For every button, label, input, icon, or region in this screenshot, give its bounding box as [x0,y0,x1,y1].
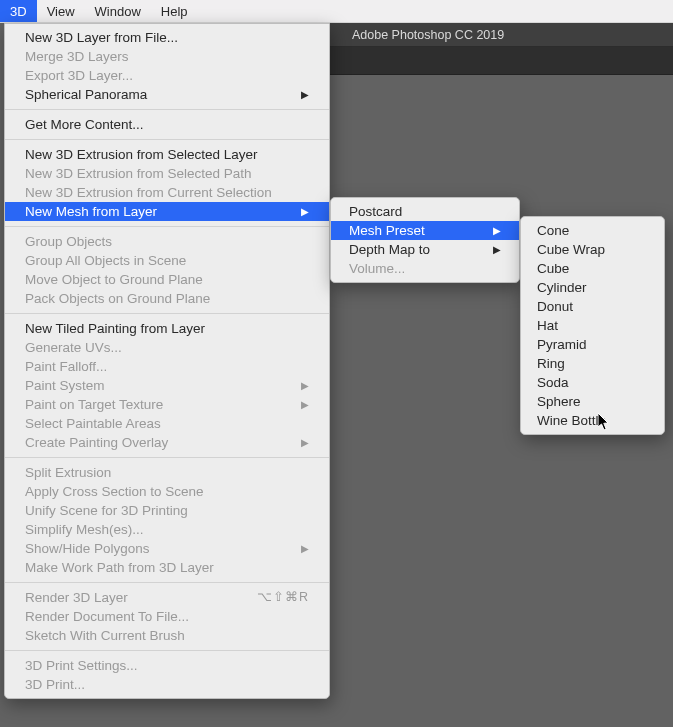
submenu-item: Volume... [331,259,519,278]
menu-item: 3D Print Settings... [5,656,329,675]
menu-item: Pack Objects on Ground Plane [5,289,329,308]
menu-item[interactable]: New Tiled Painting from Layer [5,319,329,338]
submenu-item-label: Mesh Preset [349,221,425,240]
menu-item: Make Work Path from 3D Layer [5,558,329,577]
menu-item-label: New 3D Layer from File... [25,28,178,47]
menu-item[interactable]: New Mesh from Layer▶ [5,202,329,221]
submenu-item[interactable]: Depth Map to▶ [331,240,519,259]
menu-item[interactable]: New 3D Extrusion from Selected Layer [5,145,329,164]
submenu-item[interactable]: Pyramid [521,335,664,354]
submenu-item-label: Depth Map to [349,240,430,259]
chevron-right-icon: ▶ [493,221,501,240]
submenu-item[interactable]: Cone [521,221,664,240]
menu-item-label: New 3D Extrusion from Selected Path [25,164,252,183]
menu-item-label: Group All Objects in Scene [25,251,186,270]
menu-item-label: Move Object to Ground Plane [25,270,203,289]
menu-item: Split Extrusion [5,463,329,482]
submenu-item-label: Postcard [349,202,402,221]
app-titlebar: Adobe Photoshop CC 2019 [330,23,673,47]
submenu-item[interactable]: Postcard [331,202,519,221]
menu-item: Paint System▶ [5,376,329,395]
menu-item: Group All Objects in Scene [5,251,329,270]
menu-item-label: New Tiled Painting from Layer [25,319,205,338]
menu-item-label: Select Paintable Areas [25,414,161,433]
menu-3d: New 3D Layer from File...Merge 3D Layers… [4,23,330,699]
menu-item: New 3D Extrusion from Selected Path [5,164,329,183]
menu-item: Paint Falloff... [5,357,329,376]
submenu-item-label: Volume... [349,259,405,278]
menu-item-label: Render 3D Layer [25,588,128,607]
menu-item-label: Paint Falloff... [25,357,107,376]
menu-item: Simplify Mesh(es)... [5,520,329,539]
menu-item-label: Simplify Mesh(es)... [25,520,144,539]
menu-item-label: Paint on Target Texture [25,395,163,414]
menu-item-label: Merge 3D Layers [25,47,129,66]
menu-item-label: Get More Content... [25,115,144,134]
menu-item[interactable]: Spherical Panorama▶ [5,85,329,104]
submenu-mesh-preset: ConeCube WrapCubeCylinderDonutHatPyramid… [520,216,665,435]
menu-item-label: New 3D Extrusion from Current Selection [25,183,272,202]
menubar-item-window[interactable]: Window [85,0,151,22]
menu-item-label: Apply Cross Section to Scene [25,482,204,501]
submenu-item[interactable]: Mesh Preset▶ [331,221,519,240]
menubar: 3D View Window Help [0,0,673,23]
menu-item-label: Make Work Path from 3D Layer [25,558,214,577]
menu-item-label: Group Objects [25,232,112,251]
menu-item: Move Object to Ground Plane [5,270,329,289]
chevron-right-icon: ▶ [301,376,309,395]
submenu-item[interactable]: Wine Bottle [521,411,664,430]
submenu-item[interactable]: Ring [521,354,664,373]
menu-item[interactable]: Get More Content... [5,115,329,134]
menu-item: Apply Cross Section to Scene [5,482,329,501]
menu-item: Sketch With Current Brush [5,626,329,645]
menu-item-label: Generate UVs... [25,338,122,357]
chevron-right-icon: ▶ [301,433,309,452]
chevron-right-icon: ▶ [493,240,501,259]
menubar-item-view[interactable]: View [37,0,85,22]
menubar-item-help[interactable]: Help [151,0,198,22]
menu-item: New 3D Extrusion from Current Selection [5,183,329,202]
chevron-right-icon: ▶ [301,202,309,221]
menu-item-label: New Mesh from Layer [25,202,157,221]
menu-item: Render Document To File... [5,607,329,626]
menu-item: Create Painting Overlay▶ [5,433,329,452]
menu-item: Show/Hide Polygons▶ [5,539,329,558]
menu-item: Select Paintable Areas [5,414,329,433]
submenu-item[interactable]: Cube Wrap [521,240,664,259]
menu-separator [5,582,329,583]
menu-item-label: New 3D Extrusion from Selected Layer [25,145,258,164]
tab-strip [330,47,673,75]
submenu-item[interactable]: Soda [521,373,664,392]
menu-separator [5,226,329,227]
menu-item-label: Spherical Panorama [25,85,147,104]
menu-separator [5,109,329,110]
chevron-right-icon: ▶ [301,395,309,414]
app-name: Adobe Photoshop CC 2019 [352,28,504,42]
menu-item: Merge 3D Layers [5,47,329,66]
chevron-right-icon: ▶ [301,85,309,104]
chevron-right-icon: ▶ [301,539,309,558]
menu-separator [5,313,329,314]
menu-separator [5,650,329,651]
menu-item: Generate UVs... [5,338,329,357]
menu-item: Render 3D Layer⌥⇧⌘R [5,588,329,607]
submenu-item[interactable]: Donut [521,297,664,316]
submenu-item[interactable]: Cube [521,259,664,278]
menu-item-label: Sketch With Current Brush [25,626,185,645]
menu-separator [5,457,329,458]
menu-item[interactable]: New 3D Layer from File... [5,28,329,47]
menu-item-label: Create Painting Overlay [25,433,168,452]
menu-separator [5,139,329,140]
submenu-item[interactable]: Cylinder [521,278,664,297]
menu-item: Export 3D Layer... [5,66,329,85]
menu-item: Unify Scene for 3D Printing [5,501,329,520]
menu-item-label: Unify Scene for 3D Printing [25,501,188,520]
menu-item: 3D Print... [5,675,329,694]
menubar-item-3d[interactable]: 3D [0,0,37,22]
menu-item: Group Objects [5,232,329,251]
menu-item-label: Split Extrusion [25,463,111,482]
menu-item-label: Export 3D Layer... [25,66,133,85]
submenu-item[interactable]: Hat [521,316,664,335]
menu-item-label: 3D Print Settings... [25,656,138,675]
submenu-item[interactable]: Sphere [521,392,664,411]
